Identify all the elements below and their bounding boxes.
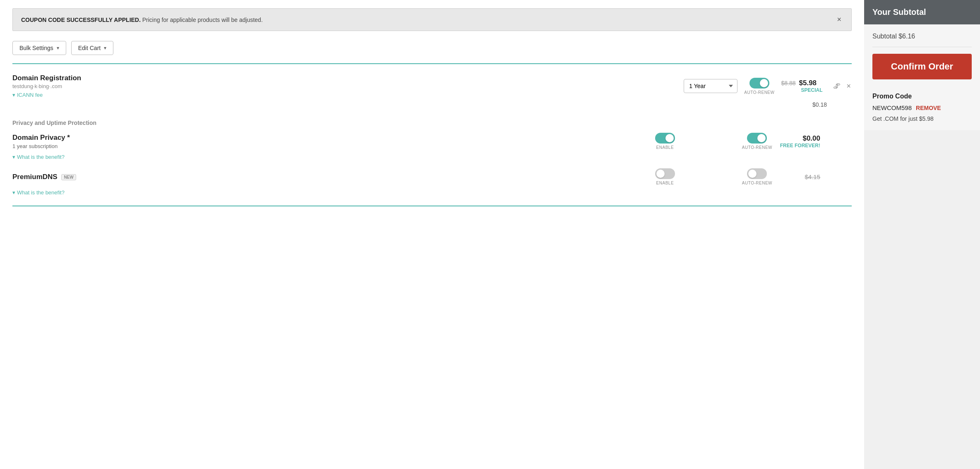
premium-dns-item: PremiumDNS NEW ENABLE (12, 168, 852, 196)
domain-registration-name-col: Domain Registration testdung·k·bing·.com… (12, 74, 677, 98)
coupon-banner-bold: COUPON CODE SUCCESSFULLY APPLIED. (21, 17, 141, 23)
domain-privacy-price: $0.00 (779, 134, 820, 143)
premium-dns-name-col: PremiumDNS NEW (12, 173, 649, 181)
year-select[interactable]: 1 Year 2 Years 3 Years (684, 79, 737, 93)
sidebar-divider (872, 47, 972, 47)
promo-desc: Get .COM for just $5.98 (872, 115, 972, 122)
icann-fee-label: ICANN fee (17, 92, 43, 98)
domain-privacy-enable-toggle-wrap: ENABLE (655, 133, 675, 150)
domain-privacy-enable-label: ENABLE (656, 145, 674, 150)
edit-cart-chevron-icon: ▾ (104, 45, 106, 51)
icann-price-row: $0.18 (12, 100, 852, 108)
bulk-settings-label: Bulk Settings (19, 45, 53, 51)
premium-dns-enable-toggle[interactable] (655, 168, 675, 179)
domain-reg-autorenew-label: AUTO-RENEW (744, 90, 774, 95)
domain-reg-original-price: $8.88 (781, 80, 795, 86)
domain-reg-price-row: $8.88 $5.98 (781, 79, 822, 87)
domain-privacy-enable-toggle[interactable] (655, 133, 675, 144)
coupon-banner-desc: Pricing for applicable products will be … (142, 17, 263, 23)
top-divider (12, 63, 852, 64)
premium-dns-row: PremiumDNS NEW ENABLE (12, 168, 852, 185)
domain-reg-autorenew-toggle[interactable] (749, 78, 769, 89)
year-select-wrapper: 1 Year 2 Years 3 Years (684, 79, 737, 93)
domain-privacy-row: Domain Privacy * 1 year subscription ENA… (12, 133, 852, 150)
domain-reg-actions: 🖇 × (832, 81, 852, 91)
premium-dns-benefit-link[interactable]: ▾ What is the benefit? (12, 189, 852, 196)
premium-dns-enable-slider (655, 168, 675, 179)
confirm-order-button[interactable]: Confirm Order (872, 54, 972, 79)
domain-privacy-name-col: Domain Privacy * 1 year subscription (12, 134, 649, 149)
premium-dns-enable-label: ENABLE (656, 181, 674, 185)
sidebar-header-title: Your Subtotal (872, 7, 926, 17)
sidebar-header: Your Subtotal (864, 0, 980, 24)
bulk-settings-chevron-icon: ▾ (57, 45, 59, 51)
promo-code-row: NEWCOM598 REMOVE (872, 104, 972, 111)
domain-reg-edit-button[interactable]: 🖇 (832, 81, 841, 91)
premium-dns-autorenew-label: AUTO-RENEW (742, 181, 772, 185)
bottom-divider (12, 206, 852, 206)
premium-dns-price-col: $4.15 (779, 173, 820, 180)
edit-cart-button[interactable]: Edit Cart ▾ (71, 41, 113, 55)
icann-chevron-icon: ▾ (12, 92, 15, 98)
close-icon: × (846, 82, 851, 90)
premium-dns-enable-toggle-wrap: ENABLE (655, 168, 675, 185)
premium-dns-autorenew-toggle[interactable] (747, 168, 767, 179)
sidebar-body: Subtotal $6.16 Confirm Order Promo Code … (864, 24, 980, 130)
toolbar: Bulk Settings ▾ Edit Cart ▾ (12, 41, 852, 55)
domain-privacy-autorenew-slider (747, 133, 767, 144)
premium-dns-autorenew-toggle-wrap: AUTO-RENEW (742, 168, 772, 185)
icann-fee-link[interactable]: ▾ ICANN fee (12, 92, 677, 98)
domain-privacy-benefit-label: What is the benefit? (17, 154, 65, 160)
coupon-banner: COUPON CODE SUCCESSFULLY APPLIED. Pricin… (12, 8, 852, 31)
domain-privacy-price-col: $0.00 FREE FOREVER! (779, 134, 820, 148)
sidebar: Your Subtotal Subtotal $6.16 Confirm Ord… (864, 0, 980, 469)
domain-registration-domain: testdung·k·bing·.com (12, 83, 677, 89)
domain-privacy-free-label: FREE FOREVER! (779, 143, 820, 148)
subtotal-label: Subtotal (872, 33, 897, 40)
paperclip-icon: 🖇 (833, 82, 841, 90)
promo-title: Promo Code (872, 93, 972, 100)
domain-privacy-enable-slider (655, 133, 675, 144)
subtotal-value: $6.16 (898, 33, 915, 40)
edit-cart-label: Edit Cart (78, 45, 101, 51)
domain-reg-price-col: $8.88 $5.98 SPECIAL (781, 79, 822, 93)
premium-dns-title: PremiumDNS NEW (12, 173, 649, 181)
domain-reg-special-label: SPECIAL (781, 87, 822, 93)
domain-reg-remove-button[interactable]: × (845, 81, 852, 91)
domain-privacy-autorenew-label: AUTO-RENEW (742, 145, 772, 150)
promo-code: NEWCOM598 (872, 104, 912, 111)
premium-dns-new-badge: NEW (61, 174, 76, 180)
domain-privacy-subtitle: 1 year subscription (12, 143, 649, 149)
domain-registration-title: Domain Registration (12, 74, 677, 82)
subtotal-row: Subtotal $6.16 (872, 33, 972, 40)
domain-privacy-autorenew-toggle[interactable] (747, 133, 767, 144)
premium-dns-title-text: PremiumDNS (12, 173, 58, 181)
domain-reg-autorenew-slider (749, 78, 769, 89)
premium-dns-original-price: $4.15 (805, 173, 820, 180)
domain-registration-row: Domain Registration testdung·k·bing·.com… (12, 74, 852, 98)
premium-dns-benefit-chevron-icon: ▾ (12, 189, 15, 196)
domain-registration-item: Domain Registration testdung·k·bing·.com… (12, 74, 852, 108)
premium-dns-autorenew-slider (747, 168, 767, 179)
domain-privacy-title: Domain Privacy * (12, 134, 649, 142)
privacy-section-heading: Privacy and Uptime Protection (12, 120, 852, 126)
icann-price: $0.18 (812, 101, 827, 108)
domain-privacy-benefit-link[interactable]: ▾ What is the benefit? (12, 154, 852, 160)
domain-privacy-item: Domain Privacy * 1 year subscription ENA… (12, 133, 852, 160)
coupon-close-button[interactable]: × (835, 15, 843, 24)
bulk-settings-button[interactable]: Bulk Settings ▾ (12, 41, 66, 55)
domain-privacy-benefit-chevron-icon: ▾ (12, 154, 15, 160)
promo-section: Promo Code NEWCOM598 REMOVE Get .COM for… (872, 93, 972, 122)
domain-reg-current-price: $5.98 (799, 79, 817, 87)
domain-privacy-autorenew-toggle-wrap: AUTO-RENEW (742, 133, 772, 150)
coupon-banner-text: COUPON CODE SUCCESSFULLY APPLIED. Pricin… (21, 17, 829, 23)
promo-remove-link[interactable]: REMOVE (916, 105, 941, 111)
domain-reg-autorenew-toggle-wrap: AUTO-RENEW (744, 78, 774, 95)
premium-dns-benefit-label: What is the benefit? (17, 189, 65, 196)
